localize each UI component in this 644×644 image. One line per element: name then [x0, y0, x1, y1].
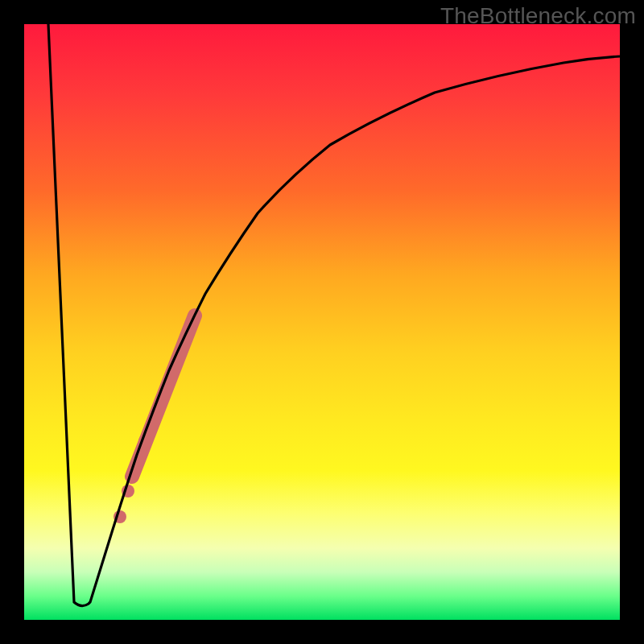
bottleneck-curve-path: [48, 24, 620, 606]
plot-area: [24, 24, 620, 620]
watermark-text: TheBottleneck.com: [440, 3, 636, 29]
chart-frame: TheBottleneck.com: [0, 0, 644, 644]
chart-svg: [24, 24, 620, 620]
